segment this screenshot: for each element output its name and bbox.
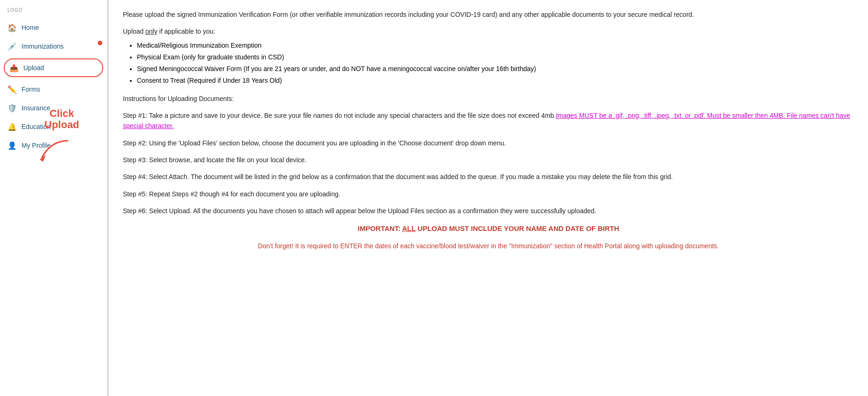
step1: Step #1: Take a picture and save to your… <box>123 110 854 131</box>
step2: Step #2: Using the 'Upload Files' sectio… <box>123 138 854 148</box>
education-icon: 🔔 <box>7 122 17 131</box>
list-item: Consent to Treat (Required if Under 18 Y… <box>137 75 854 86</box>
sidebar-item-education[interactable]: 🔔 Education <box>0 117 107 136</box>
important-notice: IMPORTANT: ALL UPLOAD MUST INCLUDE YOUR … <box>123 223 854 234</box>
sidebar-item-forms[interactable]: ✏️ Forms <box>0 80 107 99</box>
sidebar-label-upload: Upload <box>23 64 44 72</box>
immunizations-icon: 💉 <box>7 42 17 51</box>
intro-paragraph: Please upload the signed Immunization Ve… <box>123 9 854 20</box>
sidebar-item-insurance[interactable]: 🛡️ Insurance <box>0 99 107 117</box>
list-item: Physical Exam (only for graduate student… <box>137 51 854 63</box>
main-content: Please upload the signed Immunization Ve… <box>107 0 868 396</box>
sidebar-label-home: Home <box>21 24 39 31</box>
upload-icon: 📤 <box>9 63 19 72</box>
sidebar: Logo 🏠 Home 💉 Immunizations 📤 Upload Cli… <box>0 0 107 396</box>
doc-list: Medical/Religious Immunization Exemption… <box>137 40 854 87</box>
step3: Step #3: Select browse, and locate the f… <box>123 155 854 165</box>
sidebar-label-immunizations: Immunizations <box>21 43 64 50</box>
step6: Step #6: Select Upload. All the document… <box>123 206 854 216</box>
sidebar-label-education: Education <box>21 123 50 130</box>
reminder-notice: Don't forget! It is required to ENTER th… <box>123 241 854 251</box>
profile-icon: 👤 <box>7 141 17 150</box>
sidebar-label-insurance: Insurance <box>21 104 50 112</box>
sidebar-item-home[interactable]: 🏠 Home <box>0 18 107 37</box>
all-underline: ALL <box>402 224 416 232</box>
instructions-header: Instructions for Uploading Documents: <box>123 94 854 104</box>
upload-only-line: Upload only if applicable to you: <box>123 26 854 36</box>
upload-only-underline: only <box>145 28 157 35</box>
immunizations-badge <box>98 41 102 45</box>
svg-marker-0 <box>40 155 46 162</box>
important-text: UPLOAD MUST INCLUDE YOUR NAME AND DATE O… <box>418 224 619 232</box>
step1-normal: Step #1: Take a picture and save to your… <box>123 112 556 119</box>
home-icon: 🏠 <box>7 23 17 32</box>
step4: Step #4: Select Attach. The document wil… <box>123 172 854 182</box>
sidebar-item-my-profile[interactable]: 👤 My Profile <box>0 136 107 155</box>
sidebar-item-upload[interactable]: 📤 Upload <box>4 58 103 77</box>
sidebar-label-my-profile: My Profile <box>21 142 50 149</box>
sidebar-item-immunizations[interactable]: 💉 Immunizations <box>0 37 107 56</box>
sidebar-nav: 🏠 Home 💉 Immunizations 📤 Upload Click Up… <box>0 18 107 155</box>
logo-text: Logo <box>7 7 23 13</box>
sidebar-label-forms: Forms <box>21 86 40 93</box>
forms-icon: ✏️ <box>7 85 17 94</box>
step5: Step #5: Repeat Steps #2 though #4 for e… <box>123 189 854 199</box>
list-item: Medical/Religious Immunization Exemption <box>137 40 854 51</box>
list-item: Signed Meningococcal Waiver Form (If you… <box>137 63 854 75</box>
insurance-icon: 🛡️ <box>7 103 17 113</box>
sidebar-logo: Logo <box>0 4 107 18</box>
